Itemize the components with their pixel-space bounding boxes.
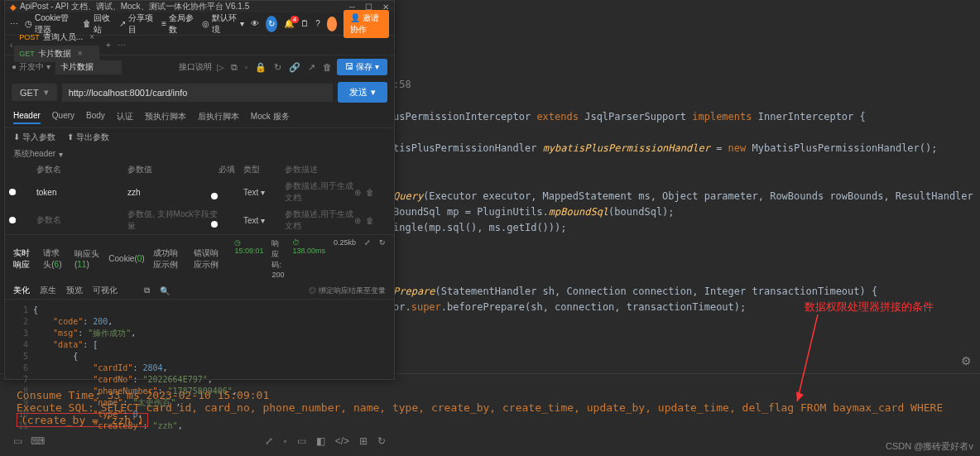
resp-size: 0.25kb bbox=[334, 238, 356, 279]
param-name[interactable]: 参数名 bbox=[36, 214, 127, 226]
reload-icon[interactable]: ↻ bbox=[266, 16, 277, 32]
col-desc: 参数描述 bbox=[285, 164, 354, 175]
tab-cookie[interactable]: Cookie(0) bbox=[108, 254, 144, 263]
param-name[interactable]: token bbox=[36, 188, 127, 197]
view-tab[interactable]: 原生 bbox=[40, 286, 56, 295]
api-name-input[interactable] bbox=[55, 60, 122, 74]
param-type[interactable]: Text ▾ bbox=[243, 216, 285, 225]
resp-duration: ⏱ 138.00ms bbox=[292, 238, 325, 279]
window-title: ApiPost - API 文档、调试、Mock、测试一体化协作平台 V6.1.… bbox=[20, 1, 249, 12]
app-logo-icon: ◆ bbox=[10, 2, 17, 12]
request-tab[interactable]: POST查询人员...× bbox=[14, 29, 99, 46]
url-input[interactable] bbox=[62, 84, 333, 102]
help-icon[interactable]: ? bbox=[315, 19, 320, 28]
response-panel: 实时响应 请求头(6) 响应头(11) Cookie(0) 成功响应示例 错误响… bbox=[5, 234, 394, 432]
param-value[interactable]: zzh bbox=[127, 188, 219, 197]
tool-icon[interactable]: ▫ bbox=[283, 435, 286, 447]
back-icon[interactable]: ‹ bbox=[10, 41, 12, 50]
remove-icon[interactable]: 🗑 bbox=[366, 188, 374, 197]
subtab[interactable]: Query bbox=[52, 109, 74, 124]
import-params[interactable]: ⬇ 导入参数 bbox=[13, 132, 55, 143]
col-value: 参数值 bbox=[127, 164, 219, 175]
interface-desc[interactable]: 接口说明 bbox=[179, 61, 212, 73]
view-tab[interactable]: 预览 bbox=[66, 286, 83, 295]
col-type: 类型 bbox=[243, 164, 285, 175]
tab-success[interactable]: 成功响应示例 bbox=[153, 247, 185, 271]
code-line: :58 usPermissionInterceptor extends Jsql… bbox=[393, 77, 980, 365]
bottom-toolbar: ▭ ⌨ ⤢ ▫ ▭ ◧ </> ⊞ ↻ bbox=[5, 432, 394, 450]
refresh-resp-icon[interactable]: ↻ bbox=[379, 238, 386, 279]
apipost-window: ◆ ApiPost - API 文档、调试、Mock、测试一体化协作平台 V6.… bbox=[4, 0, 395, 380]
system-header-row[interactable]: 系统header ▾ bbox=[5, 146, 394, 161]
invite-button[interactable]: 👤 邀请协作 bbox=[343, 10, 389, 38]
table-row: ≡ 参数名参数值, 支持Mock字段变量Text ▾参数描述,用于生成文档⊕🗑 bbox=[12, 206, 387, 234]
table-row: ≡ tokenzzhText ▾参数描述,用于生成文档⊕🗑 bbox=[12, 178, 387, 206]
dev-status[interactable]: ● 开发中 ▾ bbox=[12, 61, 50, 73]
subtab[interactable]: Body bbox=[86, 109, 105, 124]
tool-icon[interactable]: ⊞ bbox=[359, 435, 368, 447]
col-name: 参数名 bbox=[36, 164, 127, 175]
remove-icon[interactable]: 🗑 bbox=[366, 216, 374, 225]
link-icon[interactable]: 🔗 bbox=[289, 62, 300, 73]
param-desc[interactable]: 参数描述,用于生成文档 bbox=[285, 209, 354, 232]
env-selector[interactable]: ◎ 默认环境 ▾ bbox=[202, 12, 244, 36]
expand-icon[interactable]: ⤢ bbox=[364, 238, 371, 279]
menu-icon[interactable]: ⋯ bbox=[10, 19, 18, 28]
method-selector[interactable]: GET ▾ bbox=[12, 84, 57, 101]
tool-icon[interactable]: ◧ bbox=[316, 435, 325, 447]
copy-json-icon[interactable]: ⧉ bbox=[144, 286, 150, 295]
insert-icon[interactable]: ⊕ bbox=[354, 216, 361, 225]
resp-code: 响应码: 200 bbox=[271, 238, 284, 279]
subtab[interactable]: 认证 bbox=[117, 109, 133, 124]
refresh-icon[interactable]: ↻ bbox=[274, 62, 281, 73]
share-project[interactable]: ↗ 分享项目 bbox=[119, 12, 155, 36]
view-tab[interactable]: 可视化 bbox=[93, 286, 118, 295]
tab-menu-icon[interactable]: ⋯ bbox=[118, 41, 126, 50]
code-editor: :58 usPermissionInterceptor extends Jsql… bbox=[393, 0, 980, 365]
save-button[interactable]: 🖫 保存 ▾ bbox=[337, 59, 387, 75]
code-icon[interactable]: </> bbox=[335, 435, 349, 447]
tab-resp-header[interactable]: 响应头(11) bbox=[74, 248, 100, 269]
param-desc[interactable]: 参数描述,用于生成文档 bbox=[285, 180, 354, 204]
request-subtabs: HeaderQueryBody认证预执行脚本后执行脚本Mock 服务 bbox=[5, 106, 394, 128]
global-params[interactable]: ≡ 全局参数 bbox=[161, 12, 195, 36]
request-tabs: ‹ POST查询人员...×GET卡片数据× + ⋯ bbox=[5, 36, 394, 55]
insert-icon[interactable]: ⊕ bbox=[354, 188, 361, 197]
send-button[interactable]: 发送 ▾ bbox=[338, 82, 387, 103]
subtab[interactable]: Mock 服务 bbox=[251, 109, 290, 124]
bind-var[interactable]: ◎ 绑定响应结果至变量 bbox=[309, 286, 386, 296]
lock-icon[interactable]: 🔒 bbox=[255, 62, 267, 73]
tab-error[interactable]: 错误响应示例 bbox=[194, 247, 226, 271]
terminal-icon[interactable]: ▭ bbox=[13, 435, 22, 447]
stop-icon[interactable]: ▫ bbox=[245, 62, 248, 73]
avatar[interactable] bbox=[327, 17, 338, 31]
notification-icon[interactable]: 🔔4 bbox=[284, 19, 294, 28]
notes-icon[interactable]: 🗒 bbox=[300, 19, 309, 28]
tab-req-header[interactable]: 请求头(6) bbox=[43, 247, 66, 271]
new-tab-icon[interactable]: + bbox=[101, 41, 116, 50]
copy-icon[interactable]: ⧉ bbox=[231, 62, 238, 73]
eye-icon[interactable]: 👁 bbox=[251, 19, 259, 28]
view-tab[interactable]: 美化 bbox=[13, 286, 30, 295]
tool-icon[interactable]: ↻ bbox=[377, 435, 386, 447]
subtab[interactable]: 预执行脚本 bbox=[145, 109, 186, 124]
export-icon[interactable]: ↗ bbox=[308, 62, 315, 73]
param-type[interactable]: Text ▾ bbox=[243, 188, 285, 197]
delete-icon[interactable]: 🗑 bbox=[323, 62, 332, 73]
resp-time: ◷ 15:09:01 bbox=[234, 238, 263, 279]
param-value[interactable]: 参数值, 支持Mock字段变量 bbox=[127, 209, 219, 232]
tab-realtime[interactable]: 实时响应 bbox=[13, 247, 35, 271]
expand-icon[interactable]: ⤢ bbox=[265, 435, 273, 447]
json-response: 1{ 2 "code": 200, 3 "msg": "操作成功", 4 "da… bbox=[5, 300, 394, 432]
watermark: CSDN @搬砖爱好者v bbox=[886, 440, 973, 453]
subtab[interactable]: 后执行脚本 bbox=[198, 109, 239, 124]
console-icon[interactable]: ⌨ bbox=[31, 435, 45, 447]
tool-icon[interactable]: ▭ bbox=[297, 435, 306, 447]
col-required: 必填 bbox=[219, 164, 243, 175]
subtab[interactable]: Header bbox=[13, 109, 41, 124]
play-icon[interactable]: ▷ bbox=[217, 62, 223, 73]
export-params[interactable]: ⬆ 导出参数 bbox=[67, 132, 109, 143]
search-icon[interactable]: 🔍 bbox=[160, 286, 170, 295]
gear-icon[interactable]: ⚙ bbox=[961, 354, 972, 367]
params-table: 参数名 参数值 必填 类型 参数描述 ≡ tokenzzhText ▾参数描述,… bbox=[5, 161, 394, 234]
